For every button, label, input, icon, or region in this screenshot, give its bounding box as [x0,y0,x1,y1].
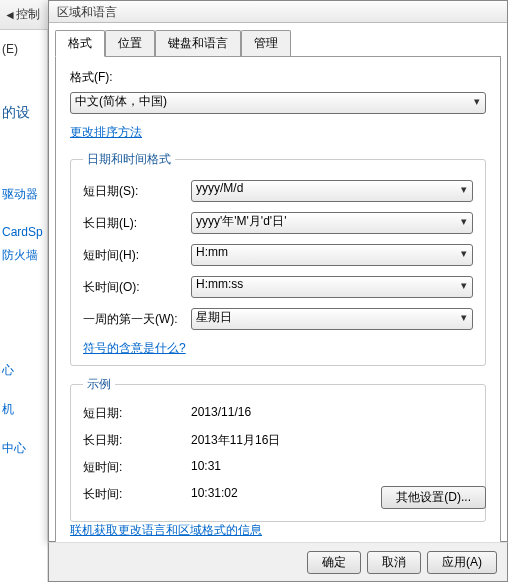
sample-long-time-label: 长时间: [83,486,191,503]
toolbar-back-icon[interactable]: ◄ [4,8,16,22]
format-panel: 格式(F): 中文(简体，中国) 更改排序方法 日期和时间格式 短日期(S): … [55,56,501,554]
online-info-link[interactable]: 联机获取更改语言和区域格式的信息 [70,523,262,537]
sample-long-date-value: 2013年11月16日 [191,432,280,449]
toolbar-text[interactable]: 控制 [16,6,40,23]
dialog-title-text: 区域和语言 [57,5,117,19]
long-date-select-wrap[interactable]: yyyy'年'M'月'd'日' [191,212,473,234]
sidebar-item-1[interactable]: 驱动器 [0,182,47,207]
sidebar-item-5[interactable]: 机 [0,397,47,422]
short-date-select[interactable]: yyyy/M/d [191,180,473,202]
first-day-label: 一周的第一天(W): [83,311,191,328]
sample-short-time-label: 短时间: [83,459,191,476]
sidebar-item-0[interactable]: 的设 [0,100,47,126]
apply-button[interactable]: 应用(A) [427,551,497,574]
long-time-select[interactable]: H:mm:ss [191,276,473,298]
format-select[interactable]: 中文(简体，中国) [70,92,486,114]
tab-format[interactable]: 格式 [55,30,105,57]
sidebar-item-4[interactable]: 心 [0,358,47,383]
datetime-legend: 日期和时间格式 [83,151,175,168]
dialog-titlebar: 区域和语言 [49,1,507,23]
sample-long-date-label: 长日期: [83,432,191,449]
short-time-label: 短时间(H): [83,247,191,264]
tab-bar: 格式 位置 键盘和语言 管理 [49,23,507,56]
short-time-select-wrap[interactable]: H:mm [191,244,473,266]
notation-meaning-link[interactable]: 符号的含意是什么? [83,341,186,355]
first-day-select-wrap[interactable]: 星期日 [191,308,473,330]
sample-short-date-label: 短日期: [83,405,191,422]
dialog-button-bar: 确定 取消 应用(A) [48,542,508,582]
sample-legend: 示例 [83,376,115,393]
ok-button[interactable]: 确定 [307,551,361,574]
short-date-select-wrap[interactable]: yyyy/M/d [191,180,473,202]
long-date-label: 长日期(L): [83,215,191,232]
long-time-label: 长时间(O): [83,279,191,296]
sidebar-item-3[interactable]: 防火墙 [0,243,47,268]
long-date-select[interactable]: yyyy'年'M'月'd'日' [191,212,473,234]
sidebar-edit[interactable]: (E) [0,38,47,60]
tab-location[interactable]: 位置 [105,30,155,57]
region-language-dialog: 区域和语言 格式 位置 键盘和语言 管理 格式(F): 中文(简体，中国) 更改… [48,0,508,542]
tab-admin[interactable]: 管理 [241,30,291,57]
sample-short-date-value: 2013/11/16 [191,405,251,422]
sidebar-item-2[interactable]: CardSp [0,221,47,243]
first-day-select[interactable]: 星期日 [191,308,473,330]
cancel-button[interactable]: 取消 [367,551,421,574]
sort-method-link[interactable]: 更改排序方法 [70,125,142,139]
format-label: 格式(F): [70,69,486,86]
background-sidebar: (E) 的设 驱动器 CardSp 防火墙 心 机 中心 [0,30,48,582]
sample-short-time-value: 10:31 [191,459,221,476]
long-time-select-wrap[interactable]: H:mm:ss [191,276,473,298]
sample-long-time-value: 10:31:02 [191,486,238,503]
other-settings-button[interactable]: 其他设置(D)... [381,486,486,509]
short-date-label: 短日期(S): [83,183,191,200]
short-time-select[interactable]: H:mm [191,244,473,266]
format-select-wrap[interactable]: 中文(简体，中国) [70,92,486,114]
datetime-format-group: 日期和时间格式 短日期(S): yyyy/M/d 长日期(L): yyyy'年'… [70,151,486,366]
tab-keyboard-language[interactable]: 键盘和语言 [155,30,241,57]
sidebar-item-6[interactable]: 中心 [0,436,47,461]
